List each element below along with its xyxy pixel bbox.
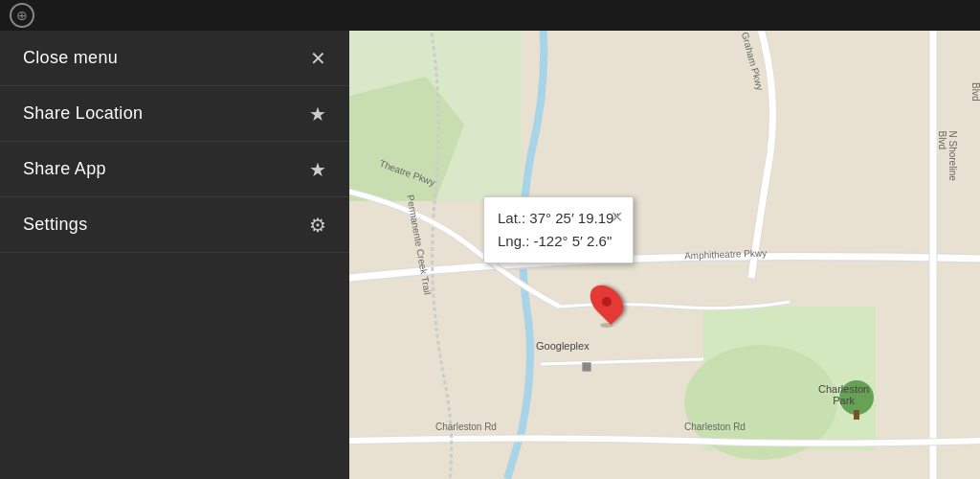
share-app-label: Share App: [23, 159, 106, 179]
svg-rect-8: [583, 363, 590, 371]
settings-label: Settings: [23, 215, 87, 235]
compass-icon[interactable]: ⊕: [10, 3, 34, 28]
tooltip-close-button[interactable]: ✕: [611, 205, 623, 230]
share-app-icon: ★: [309, 158, 326, 181]
lng-value: Lng.: -122° 5′ 2.6": [498, 230, 619, 253]
lat-value: Lat.: 37° 25′ 19.19": [498, 207, 619, 230]
share-location-label: Share Location: [23, 103, 143, 124]
pin-inner: [600, 295, 613, 308]
close-menu-label: Close menu: [23, 48, 118, 68]
sidebar: Close menu ✕ Share Location ★ Share App …: [0, 0, 349, 479]
menu-item-settings[interactable]: Settings ⚙: [0, 197, 349, 253]
settings-icon: ⚙: [309, 214, 326, 237]
map-container[interactable]: Amphitheatre Pkwy Bill Graham Pkwy N Sho…: [349, 0, 980, 479]
coordinate-tooltip: ✕ Lat.: 37° 25′ 19.19" Lng.: -122° 5′ 2.…: [483, 196, 634, 263]
menu-item-share-location[interactable]: Share Location ★: [0, 86, 349, 142]
map-pin[interactable]: [593, 283, 620, 328]
svg-rect-6: [854, 410, 859, 420]
svg-point-5: [839, 380, 874, 415]
menu-item-share-app[interactable]: Share App ★: [0, 142, 349, 197]
menu-item-close[interactable]: Close menu ✕: [0, 31, 349, 86]
close-icon: ✕: [310, 47, 326, 70]
share-location-icon: ★: [309, 103, 326, 125]
top-bar: ⊕: [0, 0, 980, 31]
